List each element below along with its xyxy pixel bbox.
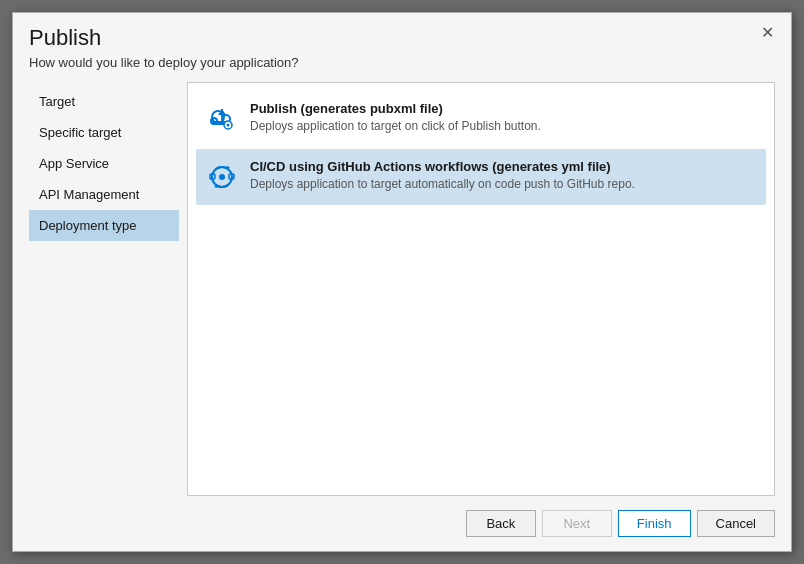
sidebar-item-api-management[interactable]: API Management xyxy=(29,179,179,210)
next-button[interactable]: Next xyxy=(542,510,612,537)
sidebar-item-target[interactable]: Target xyxy=(29,86,179,117)
option-publish-text: Publish (generates pubxml file) Deploys … xyxy=(250,101,758,133)
dialog-footer: Back Next Finish Cancel xyxy=(13,500,791,551)
publish-icon xyxy=(204,101,240,137)
option-cicd-title: CI/CD using GitHub Actions workflows (ge… xyxy=(250,159,758,174)
svg-point-7 xyxy=(227,124,230,127)
dialog-subtitle: How would you like to deploy your applic… xyxy=(29,55,775,70)
cancel-button[interactable]: Cancel xyxy=(697,510,775,537)
option-cicd[interactable]: CI/CD using GitHub Actions workflows (ge… xyxy=(196,149,766,205)
sidebar-item-deployment-type[interactable]: Deployment type xyxy=(29,210,179,241)
option-publish[interactable]: Publish (generates pubxml file) Deploys … xyxy=(196,91,766,147)
dialog-title: Publish xyxy=(29,25,775,51)
sidebar-item-app-service[interactable]: App Service xyxy=(29,148,179,179)
close-button[interactable]: ✕ xyxy=(756,23,779,43)
cicd-icon xyxy=(204,159,240,195)
back-button[interactable]: Back xyxy=(466,510,536,537)
sidebar-item-specific-target[interactable]: Specific target xyxy=(29,117,179,148)
option-cicd-desc: Deploys application to target automatica… xyxy=(250,177,758,191)
sidebar: Target Specific target App Service API M… xyxy=(29,82,179,500)
option-cicd-text: CI/CD using GitHub Actions workflows (ge… xyxy=(250,159,758,191)
option-publish-desc: Deploys application to target on click o… xyxy=(250,119,758,133)
dialog-titlebar: Publish How would you like to deploy you… xyxy=(13,13,791,82)
dialog-body: Target Specific target App Service API M… xyxy=(13,82,791,500)
option-publish-title: Publish (generates pubxml file) xyxy=(250,101,758,116)
finish-button[interactable]: Finish xyxy=(618,510,691,537)
publish-dialog: Publish How would you like to deploy you… xyxy=(12,12,792,552)
svg-point-11 xyxy=(219,174,225,180)
content-area: Publish (generates pubxml file) Deploys … xyxy=(187,82,775,496)
